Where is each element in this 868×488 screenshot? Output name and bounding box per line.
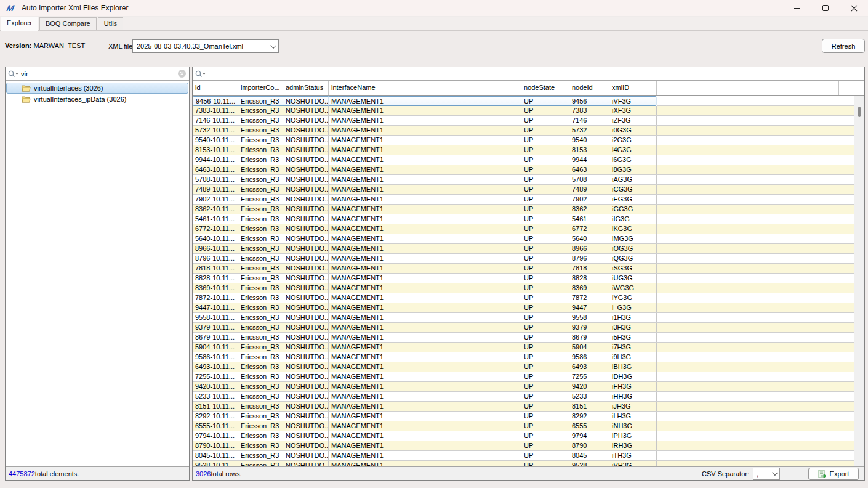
table-row[interactable]: 7872-10.11...Ericsson_R3NOSHUTDO...MANAG… [193,293,854,303]
table-row[interactable]: 8790-10.11...Ericsson_R3NOSHUTDO...MANAG… [193,441,854,451]
table-row[interactable]: 9456-10.11...Ericsson_R3NOSHUTDO...MANAG… [193,96,854,106]
table-row[interactable]: 7146-10.11...Ericsson_R3NOSHUTDO...MANAG… [193,116,854,126]
table-row[interactable]: 5708-10.11...Ericsson_R3NOSHUTDO...MANAG… [193,175,854,185]
export-button[interactable]: Export [808,468,859,480]
cell: MANAGEMENT1 [329,323,521,332]
cell: 6555 [569,421,609,431]
tree-item-virtualinterfaces-ipdata[interactable]: virtualInterfaces_ipData (3026) [6,94,188,105]
cell-filler [657,372,854,381]
cell: 9456-10.11... [193,96,238,106]
xml-file-dropdown[interactable]: 2025-08-03-03.40.33_OmanTel.xml [132,39,279,53]
refresh-button[interactable]: Refresh [822,39,865,53]
column-header-nodestate[interactable]: nodeState [521,81,569,95]
cell: 8828-10.11... [193,274,238,283]
table-row[interactable]: 7902-10.11...Ericsson_R3NOSHUTDO...MANAG… [193,195,854,205]
table-row[interactable]: 9586-10.11...Ericsson_R3NOSHUTDO...MANAG… [193,352,854,362]
tree-panel: virtualInterfaces (3026) virtualInterfac… [5,67,190,481]
cell: 7902-10.11... [193,195,238,204]
column-header-xmlid[interactable]: xmlID [609,81,657,95]
column-header-nodeid[interactable]: nodeId [569,81,609,95]
table-row[interactable]: 8796-10.11...Ericsson_R3NOSHUTDO...MANAG… [193,254,854,264]
table-row[interactable]: 9420-10.11...Ericsson_R3NOSHUTDO...MANAG… [193,382,854,392]
table-row[interactable]: 6493-10.11...Ericsson_R3NOSHUTDO...MANAG… [193,362,854,372]
table-row[interactable]: 8362-10.11...Ericsson_R3NOSHUTDO...MANAG… [193,205,854,214]
table-row[interactable]: 9379-10.11...Ericsson_R3NOSHUTDO...MANAG… [193,323,854,333]
cell: NOSHUTDO... [283,264,329,273]
cell: 8153 [569,145,609,155]
cell: MANAGEMENT1 [329,264,521,273]
table-row[interactable]: 5732-10.11...Ericsson_R3NOSHUTDO...MANAG… [193,126,854,136]
tab-boq-compare[interactable]: BOQ Compare [39,17,97,30]
table-row[interactable]: 9558-10.11...Ericsson_R3NOSHUTDO...MANAG… [193,313,854,323]
tree-item-virtualinterfaces[interactable]: virtualInterfaces (3026) [6,83,188,94]
tree-status-bar: 4475872 total elements. [6,466,189,480]
table-row[interactable]: 8151-10.11...Ericsson_R3NOSHUTDO...MANAG… [193,402,854,412]
table-row[interactable]: 8679-10.11...Ericsson_R3NOSHUTDO...MANAG… [193,333,854,343]
table-row[interactable]: 8966-10.11...Ericsson_R3NOSHUTDO...MANAG… [193,244,854,254]
table-row[interactable]: 5233-10.11...Ericsson_R3NOSHUTDO...MANAG… [193,392,854,402]
minimize-icon [794,8,800,9]
table-row[interactable]: 7383-10.11...Ericsson_R3NOSHUTDO...MANAG… [193,106,854,116]
table-row[interactable]: 9944-10.11...Ericsson_R3NOSHUTDO...MANAG… [193,155,854,165]
table-search-input[interactable] [208,70,862,78]
scrollbar-thumb[interactable] [858,107,861,117]
cell-filler [657,333,854,342]
cell: UP [521,185,569,194]
table-row[interactable]: 9540-10.11...Ericsson_R3NOSHUTDO...MANAG… [193,136,854,145]
table-row[interactable]: 6772-10.11...Ericsson_R3NOSHUTDO...MANAG… [193,224,854,234]
table-row[interactable]: 8045-10.11...Ericsson_R3NOSHUTDO...MANAG… [193,451,854,461]
cell: Ericsson_R3 [238,352,283,362]
table-row[interactable]: 7489-10.11...Ericsson_R3NOSHUTDO...MANAG… [193,185,854,195]
vertical-scrollbar[interactable] [854,96,864,466]
minimize-button[interactable] [783,0,811,16]
cell: Ericsson_R3 [238,214,283,224]
table-row[interactable]: 8153-10.11...Ericsson_R3NOSHUTDO...MANAG… [193,145,854,155]
cell: UP [521,165,569,174]
cell: 5461 [569,214,609,224]
cell: 5904 [569,343,609,352]
tab-explorer[interactable]: Explorer [1,17,38,31]
table-row[interactable]: 6555-10.11...Ericsson_R3NOSHUTDO...MANAG… [193,421,854,431]
cell: 5233-10.11... [193,392,238,401]
column-header-interfacename[interactable]: interfaceName [329,81,521,95]
cell: i6G3G [609,155,657,165]
maximize-button[interactable] [811,0,840,16]
cell: MANAGEMENT1 [329,126,521,135]
cell: Ericsson_R3 [238,136,283,145]
cell: 8151-10.11... [193,402,238,411]
table-row[interactable]: 5461-10.11...Ericsson_R3NOSHUTDO...MANAG… [193,214,854,224]
tab-utils[interactable]: Utils [98,17,123,30]
cell: UP [521,126,569,135]
table-row[interactable]: 8369-10.11...Ericsson_R3NOSHUTDO...MANAG… [193,283,854,293]
cell: Ericsson_R3 [238,323,283,332]
column-header-importerco[interactable]: importerCo... [238,81,283,95]
cell: UP [521,372,569,381]
cell: 9528 [569,461,609,466]
table-row[interactable]: 7818-10.11...Ericsson_R3NOSHUTDO...MANAG… [193,264,854,274]
table-row[interactable]: 9794-10.11...Ericsson_R3NOSHUTDO...MANAG… [193,431,854,441]
window-controls [783,0,868,16]
cell: 8362 [569,205,609,214]
cell: UP [521,136,569,145]
csv-separator-dropdown[interactable]: , [753,468,780,480]
cell: MANAGEMENT1 [329,106,521,115]
close-button[interactable] [840,0,868,16]
cell: 9420-10.11... [193,382,238,391]
table-row[interactable]: 9447-10.11...Ericsson_R3NOSHUTDO...MANAG… [193,303,854,313]
cell-filler [657,431,854,441]
cell-filler [657,274,854,283]
table-row[interactable]: 8292-10.11...Ericsson_R3NOSHUTDO...MANAG… [193,412,854,421]
cell: MANAGEMENT1 [329,461,521,466]
cell: 7489-10.11... [193,185,238,194]
table-row[interactable]: 5640-10.11...Ericsson_R3NOSHUTDO...MANAG… [193,234,854,244]
column-header-id[interactable]: id [193,81,238,95]
table-row[interactable]: 5904-10.11...Ericsson_R3NOSHUTDO...MANAG… [193,343,854,352]
table-row[interactable]: 7255-10.11...Ericsson_R3NOSHUTDO...MANAG… [193,372,854,382]
table-row[interactable]: 6463-10.11...Ericsson_R3NOSHUTDO...MANAG… [193,165,854,175]
table-row[interactable]: 9528-10.11...Ericsson_R3NOSHUTDO...MANAG… [193,461,854,466]
table-row[interactable]: 8828-10.11...Ericsson_R3NOSHUTDO...MANAG… [193,274,854,283]
tree-search-input[interactable] [21,70,187,78]
clear-search-button[interactable] [178,70,186,78]
cell: 8790-10.11... [193,441,238,450]
column-header-adminstatus[interactable]: adminStatus [283,81,329,95]
